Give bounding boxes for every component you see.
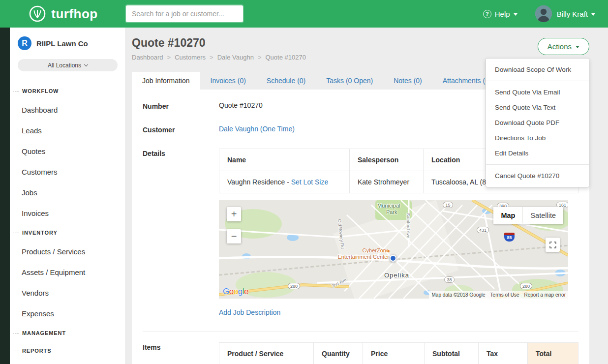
menu-item-download-scope-of-work[interactable]: Download Scope Of Work — [486, 62, 589, 77]
sidebar-rail — [0, 28, 10, 364]
menu-item-send-quote-via-text[interactable]: Send Quote Via Text — [486, 100, 589, 115]
menu-item-edit-details[interactable]: Edit Details — [486, 146, 589, 161]
tab-job-information[interactable]: Job Information — [132, 72, 200, 90]
items-header-quantity: Quantity — [314, 343, 363, 364]
map-attribution: Map data ©2018 Google Terms of Use Repor… — [429, 291, 568, 299]
company-row: R RIIPL Lawn Co — [10, 35, 125, 51]
tab-tasks[interactable]: Tasks (0 Open) — [316, 72, 383, 90]
nav-section-inventory: INVENTORY — [10, 224, 125, 242]
menu-item-send-quote-via-email[interactable]: Send Quote Via Email — [486, 85, 589, 100]
route-shield: 15 — [443, 202, 453, 208]
customer-label: Customer — [143, 125, 219, 134]
set-lot-size-link[interactable]: Set Lot Size — [291, 178, 329, 186]
map-label-poi-2: Entertainment Center — [337, 254, 389, 260]
map-label-poi-1: CyberZone — [363, 247, 389, 253]
topbar: turfhop ? Help Billy Kraft — [0, 0, 608, 28]
tab-schedule[interactable]: Schedule (0) — [256, 72, 316, 90]
details-cell-salesperson: Kate Strohmeyer — [350, 171, 424, 193]
caret-down-icon — [514, 13, 517, 16]
terms-of-use-link[interactable]: Terms of Use — [490, 292, 519, 298]
search-input[interactable] — [126, 5, 243, 22]
user-name: Billy Kraft — [557, 10, 588, 18]
sidebar-item-vendors[interactable]: Vendors — [10, 283, 125, 303]
map-data-text: Map data ©2018 Google — [431, 292, 485, 298]
details-header-salesperson: Salesperson — [350, 149, 424, 171]
items-label: Items — [143, 342, 219, 364]
sidebar-item-dashboard[interactable]: Dashboard — [10, 100, 125, 121]
nav-section-management[interactable]: MANAGEMENT — [10, 324, 125, 342]
sidebar-item-customers[interactable]: Customers — [10, 162, 125, 182]
avatar-image — [535, 5, 552, 22]
nav-section-workflow: WORKFLOW — [10, 82, 125, 100]
items-row: Items Product / Service Quantity Price S… — [143, 342, 578, 364]
map-label-park-2: Park — [386, 209, 397, 215]
interstate-shield: 85 — [504, 233, 515, 242]
sidebar-item-quotes[interactable]: Quotes — [10, 141, 125, 162]
google-logo[interactable]: Google — [223, 287, 248, 297]
details-cell-name: Vaughn Residence - Set Lot Size — [219, 171, 350, 193]
sidebar-item-leads[interactable]: Leads — [10, 121, 125, 141]
help-icon: ? — [483, 10, 491, 18]
breadcrumb-dale-vaughn[interactable]: Dale Vaughn — [217, 54, 266, 61]
sidebar: R RIIPL Lawn Co All Locations WORKFLOW D… — [0, 28, 126, 364]
company-name: RIIPL Lawn Co — [36, 39, 88, 48]
route-shield: 38 — [444, 276, 455, 283]
report-map-error-link[interactable]: Report a map error — [524, 292, 566, 298]
customer-link[interactable]: Dale Vaughn — [219, 125, 258, 133]
actions-menu: Download Scope Of Work Send Quote Via Em… — [486, 58, 589, 187]
menu-item-cancel-quote[interactable]: Cancel Quote #10270 — [486, 168, 589, 183]
items-header-product-service: Product / Service — [219, 343, 314, 364]
user-menu[interactable]: Billy Kraft — [557, 10, 595, 18]
zoom-out-button[interactable]: − — [227, 229, 241, 243]
main-content: Quote #10270 Dashboard Customers Dale Va… — [126, 28, 608, 364]
menu-divider — [486, 164, 589, 165]
locations-selector[interactable]: All Locations — [18, 59, 118, 71]
tab-notes[interactable]: Notes (0) — [383, 72, 432, 90]
items-header-tax: Tax — [479, 343, 528, 364]
turfhop-logo-icon — [28, 4, 47, 23]
items-header-subtotal: Subtotal — [425, 343, 479, 364]
map-label-street-samford: Samford Ave — [406, 213, 411, 238]
sidebar-item-jobs[interactable]: Jobs — [10, 182, 125, 203]
caret-down-icon — [591, 13, 595, 16]
actions-button[interactable]: Actions — [538, 38, 589, 55]
items-header-price: Price — [363, 343, 425, 364]
sidebar-item-assets-equipment[interactable]: Assets / Equipment — [10, 262, 125, 283]
customer-type-link[interactable]: (One Time) — [260, 125, 295, 133]
sidebar-item-invoices[interactable]: Invoices — [10, 203, 125, 224]
map-type-control: Map Satellite — [493, 207, 563, 224]
map[interactable]: Municipal Park CyberZone Entertainment C… — [219, 200, 568, 299]
zoom-in-button[interactable]: + — [227, 207, 241, 221]
details-header-name: Name — [219, 149, 350, 171]
map-type-satellite-button[interactable]: Satellite — [523, 207, 563, 224]
details-label: Details — [143, 149, 219, 316]
sidebar-nav: WORKFLOW Dashboard Leads Quotes Customer… — [10, 82, 125, 360]
locations-label: All Locations — [48, 62, 81, 69]
breadcrumb-current: Quote #10270 — [265, 54, 305, 61]
route-shield: 280 — [520, 283, 532, 289]
number-label: Number — [143, 101, 219, 110]
menu-divider — [486, 81, 589, 81]
add-job-description-link[interactable]: Add Job Description — [219, 308, 280, 316]
map-marker[interactable] — [390, 255, 396, 262]
tab-invoices[interactable]: Invoices (0) — [200, 72, 256, 90]
section-divider — [143, 331, 578, 332]
sidebar-item-products-services[interactable]: Products / Services — [10, 242, 125, 262]
help-menu[interactable]: ? Help — [483, 10, 517, 18]
nav-section-reports[interactable]: REPORTS — [10, 342, 125, 360]
chevron-down-icon — [84, 62, 88, 66]
menu-item-directions-to-job[interactable]: Directions To Job — [486, 130, 589, 146]
map-label-city: Opelika — [384, 272, 409, 279]
sidebar-item-expenses[interactable]: Expenses — [10, 303, 125, 324]
avatar[interactable] — [535, 5, 552, 22]
poi-icon — [387, 249, 390, 253]
brand[interactable]: turfhop — [0, 4, 126, 23]
map-type-map-button[interactable]: Map — [493, 207, 522, 224]
breadcrumb-customers[interactable]: Customers — [175, 54, 217, 61]
items-header-total: Total — [528, 343, 578, 364]
caret-down-icon — [576, 46, 579, 48]
fullscreen-button[interactable] — [546, 238, 560, 252]
breadcrumb-dashboard[interactable]: Dashboard — [132, 54, 175, 61]
menu-item-download-quote-pdf[interactable]: Download Quote PDF — [486, 115, 589, 130]
items-table: Product / Service Quantity Price Subtota… — [219, 342, 578, 364]
